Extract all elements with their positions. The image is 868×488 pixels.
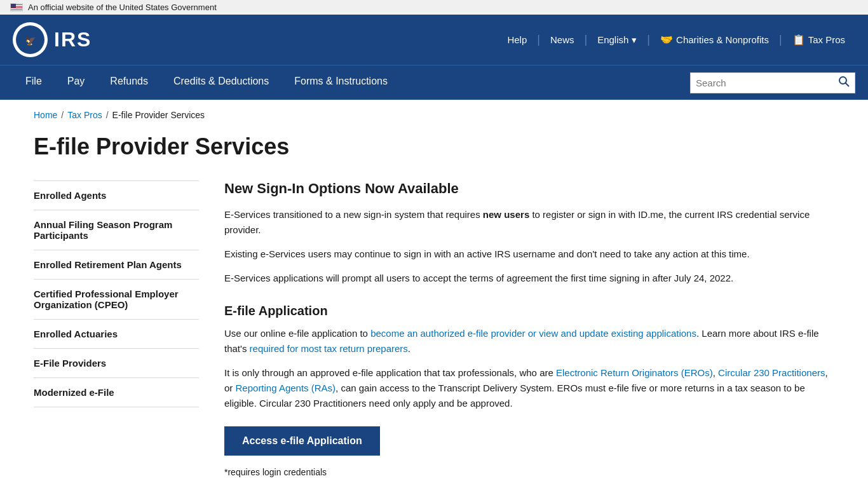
reporting-agents-link[interactable]: Reporting Agents (RAs) [236,383,336,393]
sidebar: Enrolled Agents Annual Filing Season Pro… [34,180,199,407]
efile-para-2: It is only through an approved e-file ap… [224,365,834,411]
signin-para-1: E-Services transitioned to a new sign-in… [224,207,834,238]
sidebar-item-enrolled-actuaries[interactable]: Enrolled Actuaries [34,320,199,349]
access-efile-button[interactable]: Access e-file Application [224,426,380,456]
circular230-link[interactable]: Circular 230 Practitioners [718,367,825,378]
breadcrumb-taxpros[interactable]: Tax Pros [67,110,102,120]
sidebar-item-modernized-efile[interactable]: Modernized e-File [34,378,199,407]
gov-banner: An official website of the United States… [0,0,868,15]
breadcrumb-sep-2: / [106,110,109,120]
sidebar-item-enrolled-retirement[interactable]: Enrolled Retirement Plan Agents [34,250,199,280]
header-logo: 🦅 IRS [13,22,92,57]
flag-icon [10,3,23,11]
nav-refunds[interactable]: Refunds [97,65,161,100]
sidebar-item-e-file-providers[interactable]: E-File Providers [34,349,199,378]
news-link[interactable]: News [540,34,585,45]
charities-link[interactable]: 🤝 Charities & Nonprofits [650,34,779,46]
search-input[interactable] [696,78,834,88]
main-nav: File Pay Refunds Credits & Deductions Fo… [0,65,868,100]
svg-line-3 [846,83,849,86]
sidebar-item-annual-filing[interactable]: Annual Filing Season Program Participant… [34,210,199,250]
taxpros-link[interactable]: 📋 Tax Pros [782,34,855,46]
main-content: New Sign-In Options Now Available E-Serv… [224,180,834,488]
charities-icon: 🤝 [660,34,673,46]
signin-section-title: New Sign-In Options Now Available [224,180,834,197]
efile-section-title: E-file Application [224,304,834,318]
site-header: 🦅 IRS Help | News | English ▾ | 🤝 Charit… [0,15,868,65]
header-nav: Help | News | English ▾ | 🤝 Charities & … [497,33,855,46]
content-wrapper: Home / Tax Pros / E-file Provider Servic… [21,100,847,488]
efile-provider-link[interactable]: become an authorized e-file provider or … [370,328,696,339]
taxpros-icon: 📋 [792,34,805,46]
breadcrumb-current: E-file Provider Services [112,110,205,120]
svg-text:🦅: 🦅 [25,36,36,46]
search-button[interactable] [838,76,850,90]
help-link[interactable]: Help [497,34,537,45]
breadcrumb: Home / Tax Pros / E-file Provider Servic… [34,110,834,120]
page-title: E-file Provider Services [34,133,834,160]
irs-wordmark: IRS [54,28,92,51]
breadcrumb-home[interactable]: Home [34,110,57,120]
required-preparers-link[interactable]: required for most tax return preparers [250,343,408,354]
irs-eagle-icon: 🦅 [13,22,48,57]
nav-file[interactable]: File [13,65,55,100]
eros-link[interactable]: Electronic Return Originators (EROs) [556,367,713,378]
main-nav-links: File Pay Refunds Credits & Deductions Fo… [13,65,400,100]
chevron-down-icon: ▾ [632,34,637,46]
sidebar-item-cpeo[interactable]: Certified Professional Employer Organiza… [34,280,199,320]
credentials-note: *requires login credentials [224,467,834,477]
breadcrumb-sep-1: / [61,110,64,120]
efile-para-1: Use our online e-file application to bec… [224,326,834,356]
signin-para-3: E-Services applications will prompt all … [224,271,834,286]
search-box [690,72,855,93]
two-col-layout: Enrolled Agents Annual Filing Season Pro… [34,180,834,488]
nav-credits[interactable]: Credits & Deductions [161,65,281,100]
english-dropdown[interactable]: English ▾ [587,34,647,46]
signin-para-2: Existing e-Services users may continue t… [224,247,834,262]
nav-forms[interactable]: Forms & Instructions [281,65,400,100]
nav-pay[interactable]: Pay [55,65,98,100]
new-users-bold: new users [483,209,529,220]
sidebar-item-enrolled-agents[interactable]: Enrolled Agents [34,180,199,210]
gov-banner-text: An official website of the United States… [28,3,217,12]
